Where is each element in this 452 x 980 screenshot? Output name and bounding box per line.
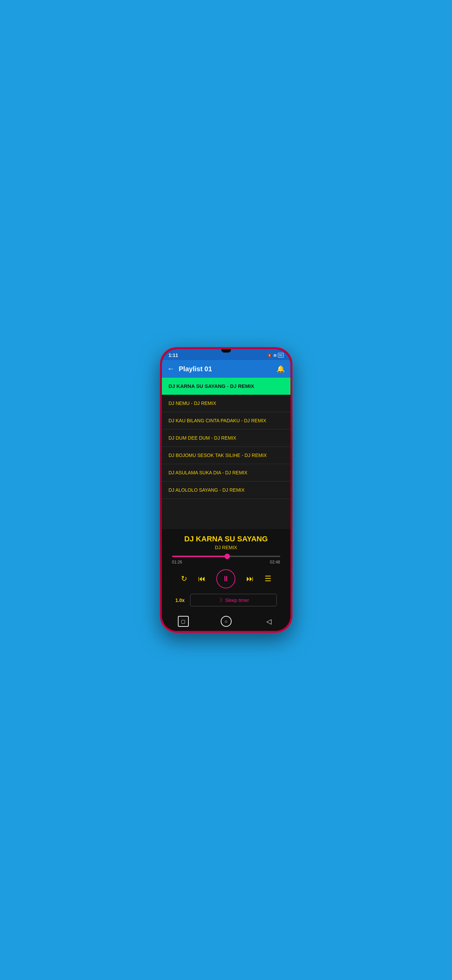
home-icon: ○ — [224, 619, 227, 624]
nav-bar: ▢ ○ ◁ — [162, 613, 290, 631]
phone-screen: 1:11 🔇 ⊠ 80 ← Playlist 01 🔔 DJ KARNA SU … — [162, 349, 290, 631]
song-title: DJ ALOLOLO SAYANG - DJ REMIX — [169, 487, 245, 493]
square-icon: ▢ — [181, 619, 186, 624]
queue-button[interactable]: ☰ — [265, 574, 271, 583]
phone-frame: 1:11 🔇 ⊠ 80 ← Playlist 01 🔔 DJ KARNA SU … — [160, 347, 292, 633]
status-bar: 1:11 🔇 ⊠ 80 — [162, 349, 290, 360]
nav-home-button[interactable]: ○ — [221, 616, 232, 627]
time-labels: 01:26 02:48 — [169, 558, 284, 566]
song-list: DJ NEMU - DJ REMIX DJ KAU BILANG CINTA P… — [162, 395, 290, 529]
nav-back-button[interactable]: ◁ — [263, 616, 274, 627]
progress-thumb — [224, 554, 230, 559]
now-playing-section: DJ KARNA SU SAYANG DJ REMIX 01:26 02:48 … — [162, 529, 290, 613]
active-song-title: DJ KARNA SU SAYANG - DJ REMIX — [169, 383, 254, 389]
progress-container[interactable] — [169, 556, 284, 557]
sleep-timer-label: Sleep timer — [225, 598, 249, 603]
song-title: DJ ASULAMA SUKA DIA - DJ REMIX — [169, 470, 247, 476]
progress-fill — [172, 556, 227, 557]
list-item[interactable]: DJ ASULAMA SUKA DIA - DJ REMIX — [162, 464, 290, 482]
song-title: DJ NEMU - DJ REMIX — [169, 401, 216, 406]
list-item[interactable]: DJ KAU BILANG CINTA PADAKU - DJ REMIX — [162, 412, 290, 430]
nav-recents-button[interactable]: ▢ — [178, 616, 189, 627]
notch — [221, 349, 231, 353]
status-icons: 🔇 ⊠ 80 — [267, 353, 283, 358]
page-title: Playlist 01 — [179, 365, 276, 373]
status-time: 1:11 — [169, 353, 178, 358]
list-item[interactable]: DJ DUM DEE DUM - DJ REMIX — [162, 430, 290, 447]
mute-icon: 🔇 — [267, 353, 272, 358]
active-song-item[interactable]: DJ KARNA SU SAYANG - DJ REMIX — [162, 378, 290, 395]
app-header: ← Playlist 01 🔔 — [162, 360, 290, 378]
moon-icon: ☽ — [218, 597, 222, 603]
progress-track[interactable] — [172, 556, 280, 557]
list-item[interactable]: DJ NEMU - DJ REMIX — [162, 395, 290, 412]
repeat-button[interactable]: ↻ — [181, 574, 187, 583]
song-title: DJ BOJOMU SESOK TAK SILIHE - DJ REMIX — [169, 453, 267, 458]
playback-controls: ↻ ⏮ ⏸ ⏭ ☰ — [169, 566, 284, 592]
now-playing-title: DJ KARNA SU SAYANG — [169, 535, 284, 543]
now-playing-artist: DJ REMIX — [169, 545, 284, 550]
list-item[interactable]: DJ BOJOMU SESOK TAK SILIHE - DJ REMIX — [162, 447, 290, 464]
current-time: 01:26 — [172, 560, 182, 565]
notification-button[interactable]: 🔔 — [276, 365, 285, 373]
total-time: 02:48 — [270, 560, 280, 565]
song-title: DJ KAU BILANG CINTA PADAKU - DJ REMIX — [169, 418, 266, 423]
list-item[interactable]: DJ ALOLOLO SAYANG - DJ REMIX — [162, 482, 290, 499]
back-button[interactable]: ← — [167, 364, 175, 373]
back-nav-icon: ◁ — [266, 617, 271, 625]
speed-button[interactable]: 1.0x — [176, 598, 185, 603]
sim-icon: ⊠ — [273, 353, 276, 358]
pause-button[interactable]: ⏸ — [216, 569, 235, 588]
prev-button[interactable]: ⏮ — [198, 574, 205, 583]
next-button[interactable]: ⏭ — [246, 574, 254, 583]
song-title: DJ DUM DEE DUM - DJ REMIX — [169, 435, 236, 441]
sleep-timer-button[interactable]: ☽ Sleep timer — [190, 594, 277, 606]
bottom-controls: 1.0x ☽ Sleep timer — [169, 592, 284, 610]
battery-icon: 80 — [278, 353, 283, 358]
